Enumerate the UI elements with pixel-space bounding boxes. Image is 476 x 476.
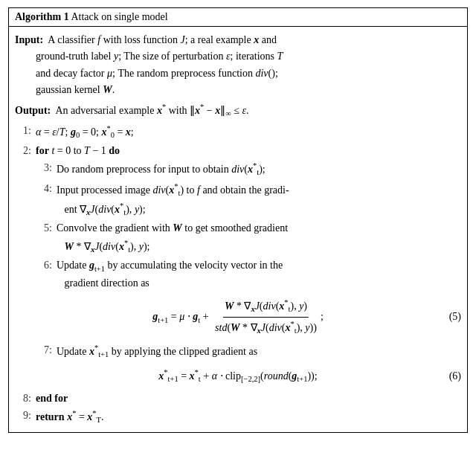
algorithm-box: Algorithm 1 Attack on single model Input… [8,7,468,433]
line-num-3: 3: [36,160,52,176]
eq6-content: x*t+1 = x*t + α ⋅ clip[−2,2](round(gt+1)… [158,367,317,386]
line-content-8: end for [36,390,461,407]
line-num-1: 1: [15,123,31,139]
input-section: Input: A classifier f with loss function… [15,32,461,99]
line-7: 7: Update x*t+1 by applying the clipped … [15,342,461,361]
equation-6: x*t+1 = x*t + α ⋅ clip[−2,2](round(gt+1)… [15,367,461,386]
eq5-number: (5) [449,309,461,325]
equation-5: gt+1 = μ ⋅ gt + W * ∇xJ(div(x*t), y) std… [15,297,461,338]
algorithm-title: Algorithm 1 [15,11,69,22]
line-num-5: 5: [36,220,52,237]
line-content-5: Convolve the gradient with W to get smoo… [57,220,461,257]
line-num-6: 6: [36,257,52,274]
line-content-9: return x* = x*T. [36,408,461,427]
algorithm-subtitle: Attack on single model [71,11,167,22]
line-4: 4: Input processed image div(x*t) to f a… [15,181,461,220]
line-num-4: 4: [36,181,52,197]
line-content-6: Update gt+1 by accumulating the velocity… [57,257,461,292]
line-1: 1: α = ε/T; g0 = 0; x*0 = x; [15,123,461,142]
line-3: 3: Do random preprocess for input to obt… [15,160,461,179]
line-num-7: 7: [36,342,52,358]
line-content-1: α = ε/T; g0 = 0; x*0 = x; [36,123,461,142]
line-num-8: 8: [15,390,31,407]
eq6-number: (6) [449,368,461,385]
eq5-content: gt+1 = μ ⋅ gt + W * ∇xJ(div(x*t), y) std… [152,297,324,338]
output-text: Output: An adversarial example x* with ‖… [15,101,461,120]
algorithm-header: Algorithm 1 Attack on single model [9,8,467,27]
line-6: 6: Update gt+1 by accumulating the veloc… [15,257,461,292]
line-num-9: 9: [15,408,31,424]
algorithm-body: Input: A classifier f with loss function… [9,27,467,432]
line-9: 9: return x* = x*T. [15,408,461,427]
line-content-7: Update x*t+1 by applying the clipped gra… [57,342,461,361]
line-content-3: Do random preprocess for input to obtain… [57,160,461,179]
line-num-2: 2: [15,143,31,159]
line-2: 2: for t = 0 to T − 1 do [15,143,461,159]
line-content-2: for t = 0 to T − 1 do [36,143,461,159]
input-text: Input: A classifier f with loss function… [15,32,461,99]
line-5: 5: Convolve the gradient with W to get s… [15,220,461,257]
output-section: Output: An adversarial example x* with ‖… [15,101,461,120]
line-8: 8: end for [15,390,461,407]
line-content-4: Input processed image div(x*t) to f and … [57,181,461,220]
